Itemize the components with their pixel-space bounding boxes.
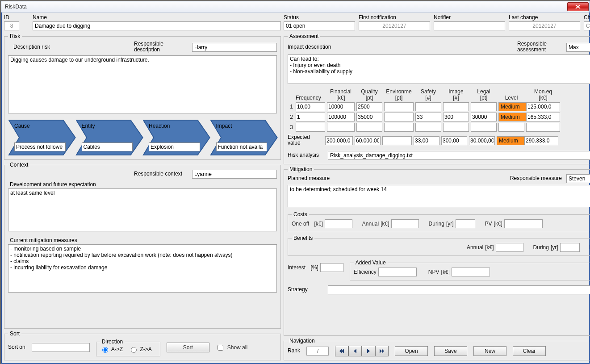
exp-leg[interactable] (469, 136, 495, 145)
ke-unit-6: [k€] (441, 269, 450, 275)
qual-field[interactable] (356, 102, 382, 111)
efficiency-label: Efficiency (354, 269, 377, 275)
col-quality: Quality [pt] (356, 89, 382, 100)
status-field[interactable] (284, 21, 355, 30)
save-button[interactable]: Save (434, 346, 467, 356)
yr-unit: [yr] (446, 221, 454, 227)
chain-cause: Cause (8, 119, 77, 156)
leg-field[interactable] (471, 113, 497, 121)
env-field[interactable] (384, 113, 414, 121)
saf-field[interactable] (415, 113, 441, 121)
resp-context-field[interactable] (192, 170, 277, 179)
leg-field[interactable] (471, 102, 497, 111)
risk-description-field[interactable] (8, 55, 277, 113)
qual-field[interactable] (356, 123, 382, 132)
chain-entity-field[interactable] (82, 142, 133, 151)
dir-az-radio[interactable]: A->Z (100, 346, 123, 353)
left-icon (352, 348, 358, 354)
sort-button[interactable]: Sort (167, 343, 209, 352)
annual-cost-field[interactable] (391, 219, 419, 228)
dev-field[interactable] (8, 188, 277, 231)
planned-field[interactable] (288, 185, 590, 207)
col-level: Level (498, 95, 524, 101)
level-cell[interactable] (498, 123, 524, 132)
impact-desc-label: Impact description (288, 44, 331, 50)
img-field[interactable] (443, 113, 469, 121)
exp-level: Medium (497, 136, 524, 145)
resp-desc-field[interactable] (192, 43, 277, 52)
npv-field[interactable] (452, 268, 490, 276)
during-cost-label: During (429, 221, 444, 227)
freq-field[interactable] (296, 102, 325, 111)
annual-ben-field[interactable] (496, 243, 523, 252)
cur-mit-field[interactable] (8, 244, 277, 293)
resp-measure-field[interactable] (566, 174, 590, 183)
first-notif-label: First notification (359, 14, 430, 21)
expected-row: Expected value Medium (288, 134, 590, 147)
exp-img[interactable] (441, 136, 467, 145)
exp-saf[interactable] (414, 136, 439, 145)
freq-field[interactable] (296, 113, 325, 121)
change-in-label: Change in (584, 14, 590, 21)
resp-assess-field[interactable] (566, 43, 590, 52)
freq-field[interactable] (296, 123, 325, 132)
strategy-field[interactable] (328, 285, 590, 294)
chain-cause-field[interactable] (14, 142, 66, 151)
col-financial: Financial [k€] (327, 89, 355, 100)
nav-first-button[interactable] (335, 346, 348, 356)
open-button[interactable]: Open (395, 346, 428, 356)
fin-field[interactable] (327, 123, 355, 132)
exp-moneq[interactable] (524, 136, 558, 145)
name-field[interactable] (33, 21, 281, 30)
moneq-field[interactable] (526, 102, 560, 111)
risk-analysis-field[interactable] (328, 151, 590, 160)
last-change-label: Last change (509, 14, 580, 21)
navigation-group: Navigation Rank Open Save New (284, 338, 590, 360)
chain-entity-label: Entity (82, 123, 95, 129)
nav-prev-button[interactable] (348, 346, 362, 356)
dir-za-radio[interactable]: Z->A (129, 346, 151, 353)
env-field[interactable] (384, 123, 414, 132)
exp-fin[interactable] (325, 136, 353, 145)
qual-field[interactable] (356, 113, 382, 121)
dev-label: Development and future expectation (8, 181, 277, 188)
fin-field[interactable] (327, 102, 355, 111)
ke-unit-3: [k€] (494, 221, 502, 227)
context-legend: Context (8, 162, 30, 168)
chain-reaction-field[interactable] (149, 142, 200, 151)
efficiency-field[interactable] (378, 268, 417, 276)
impact-desc-field[interactable] (288, 54, 590, 84)
cur-mit-label: Current mitigation measures (8, 237, 277, 243)
header-left: ID Name (4, 14, 281, 30)
fin-field[interactable] (327, 113, 355, 121)
interest-field[interactable] (320, 263, 343, 272)
pv-cost-field[interactable] (504, 219, 543, 228)
nav-next-button[interactable] (362, 346, 375, 356)
moneq-field[interactable] (526, 113, 560, 121)
moneq-field[interactable] (526, 123, 560, 132)
saf-field[interactable] (415, 102, 441, 111)
assessment-group: Assessment Impact description Responsibl… (284, 33, 590, 164)
status-label: Status (284, 14, 355, 21)
new-button[interactable]: New (473, 346, 506, 356)
close-window-button[interactable] (567, 2, 589, 11)
sort-legend: Sort (8, 331, 21, 337)
window: RiskData ID Name (1, 1, 590, 364)
oneoff-field[interactable] (325, 219, 352, 228)
show-all-checkbox[interactable]: Show all (216, 343, 247, 352)
leg-field[interactable] (471, 123, 497, 132)
exp-qual[interactable] (355, 136, 381, 145)
clear-button[interactable]: Clear (513, 346, 546, 356)
sort-on-label: Sort on (8, 344, 25, 350)
during-cost-field[interactable] (456, 219, 475, 228)
chain-impact-field[interactable] (216, 142, 268, 151)
during-ben-field[interactable] (560, 243, 580, 252)
img-field[interactable] (443, 123, 469, 132)
saf-field[interactable] (415, 123, 441, 132)
nav-last-button[interactable] (375, 346, 389, 356)
notifier-field[interactable] (434, 21, 505, 30)
env-field[interactable] (384, 102, 414, 111)
sort-on-field[interactable] (32, 343, 90, 352)
exp-env[interactable] (382, 136, 412, 145)
img-field[interactable] (443, 102, 469, 111)
